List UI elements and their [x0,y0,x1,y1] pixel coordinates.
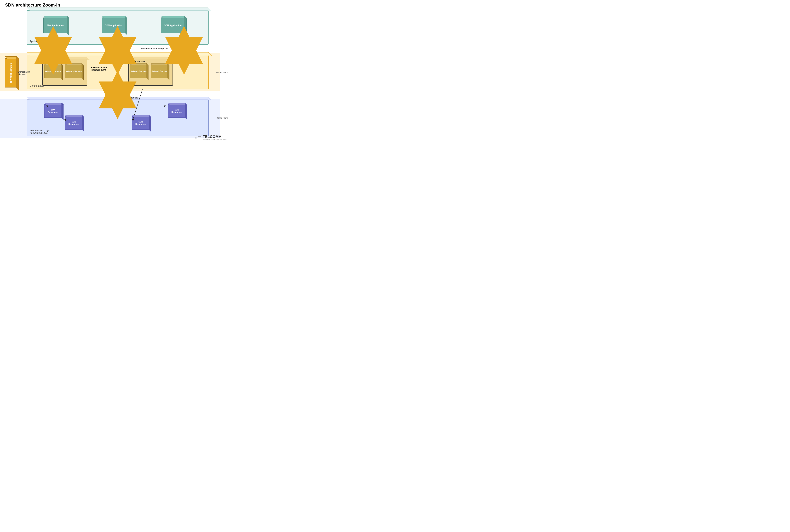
application-layer-box: Application Layer SDN Application SDN Ap… [26,10,208,44]
infrastructure-layer-box: Infrastructure Layer(forwarding Layer) S… [26,99,208,136]
telcoma-logo: ((·))) TELCOMA CERTIFICATIONS SINCE 2009 [195,134,226,141]
diagram-area: SDN architecture Zoom-in Control Plane U… [0,0,230,142]
orchestration-interface-label: OrchestrationInterface [18,71,30,75]
nfv-orchestration-box: NFV Orchestration [5,58,17,88]
sdn-controller-box-2: SDN Controller Network Service Network S… [128,59,173,86]
net-svc-2: Network Service [65,64,82,78]
user-plane-label: User Plane [217,117,228,119]
control-layer-box: Control Layer SDN Controller Network Ser… [26,55,208,89]
northbound-interface-label: Northbound Interface (APIs) [141,48,169,50]
nfv-label: NFV Orchestration [10,63,12,83]
telcoma-sub: CERTIFICATIONS SINCE 2009 [203,139,226,141]
sdn-res-box-3: SDNResources [132,116,150,130]
ewi-label: East-WestboundInterface (EWI) [89,66,108,71]
sdn-app-box-1: SDN Application [43,18,67,33]
sdn-app-box-3: SDN Application [161,18,185,33]
net-svc-3: Network Service [130,64,147,78]
sdn-app-box-2: SDN Application [102,18,126,33]
sdn-controller-label-1: SDN Controller [44,60,59,63]
net-svc-1: Network Service [44,64,61,78]
control-layer-label: Control Layer [30,84,44,87]
telcoma-waves-icon: ((·))) [195,136,201,139]
infrastructure-layer-label: Infrastructure Layer(forwarding Layer) [30,129,51,134]
sdn-controller-label-2: SDN Controller [130,60,145,63]
sdn-res-box-1: SDNResources [44,104,62,118]
sdn-res-box-2: SDNResources [65,116,83,130]
application-layer-label: Application Layer [30,40,48,42]
page-title: SDN architecture Zoom-in [5,2,60,8]
sdn-controller-box-1: SDN Controller Network Service Network S… [42,59,87,86]
sdn-res-box-4: SDNResources [168,104,186,118]
net-svc-4: Network Service [151,64,168,78]
control-plane-label: Control Plane [215,71,228,74]
southbound-interface-label: Southbound Interface [117,96,138,99]
telcoma-brand: TELCOMA [203,134,226,139]
